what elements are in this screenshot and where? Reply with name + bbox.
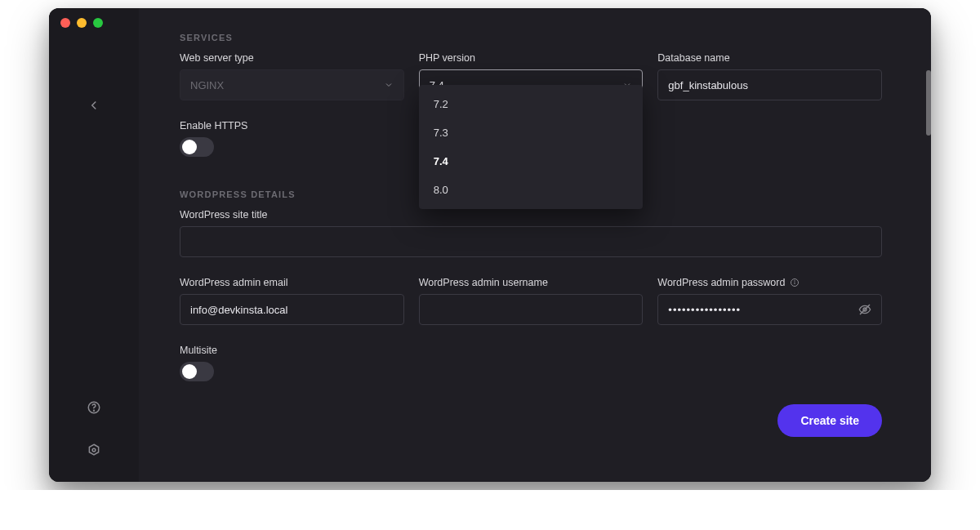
web-server-value: NGINX xyxy=(190,79,224,91)
admin-password-field: WordPress admin password xyxy=(657,277,882,325)
admin-email-input[interactable] xyxy=(180,294,404,325)
web-server-select[interactable]: NGINX xyxy=(180,69,404,100)
close-window-button[interactable] xyxy=(60,18,70,28)
traffic-lights xyxy=(60,18,103,28)
site-title-field: WordPress site title xyxy=(180,209,882,257)
minimize-window-button[interactable] xyxy=(77,18,87,28)
maximize-window-button[interactable] xyxy=(93,18,103,28)
services-heading: SERVICES xyxy=(180,33,882,42)
admin-password-input[interactable] xyxy=(657,294,882,325)
multisite-label: Multisite xyxy=(180,345,882,356)
site-title-label: WordPress site title xyxy=(180,209,882,220)
toggle-knob xyxy=(182,140,197,154)
site-title-text[interactable] xyxy=(190,236,871,248)
admin-username-text[interactable] xyxy=(430,304,633,316)
main-content: SERVICES Web server type NGINX PHP versi… xyxy=(139,8,931,482)
admin-email-label: WordPress admin email xyxy=(180,277,404,288)
eye-off-icon[interactable] xyxy=(858,303,871,316)
admin-password-label: WordPress admin password xyxy=(657,277,785,288)
php-version-dropdown: 7.2 7.3 7.4 8.0 xyxy=(419,85,644,209)
php-option[interactable]: 8.0 xyxy=(419,176,644,204)
create-site-button[interactable]: Create site xyxy=(777,404,882,437)
sidebar xyxy=(49,8,139,482)
svg-point-2 xyxy=(92,448,96,452)
site-title-input[interactable] xyxy=(180,226,882,257)
php-version-field: PHP version 7.4 7.2 7.3 7.4 8.0 xyxy=(419,52,644,100)
php-option[interactable]: 7.4 xyxy=(419,147,644,176)
svg-point-1 xyxy=(94,410,95,411)
footer: Create site xyxy=(180,404,882,437)
help-icon[interactable] xyxy=(87,400,101,415)
info-icon[interactable] xyxy=(790,278,800,287)
admin-email-text[interactable] xyxy=(190,304,394,316)
php-version-label: PHP version xyxy=(419,52,644,64)
web-server-label: Web server type xyxy=(180,52,404,64)
admin-username-label: WordPress admin username xyxy=(419,277,644,288)
admin-username-input[interactable] xyxy=(419,294,644,325)
admin-email-field: WordPress admin email xyxy=(180,277,404,325)
svg-point-5 xyxy=(795,281,795,282)
database-name-label: Database name xyxy=(657,52,882,64)
chevron-down-icon xyxy=(384,80,394,90)
web-server-field: Web server type NGINX xyxy=(180,52,404,100)
settings-icon[interactable] xyxy=(87,443,101,457)
multisite-field: Multisite xyxy=(180,345,882,381)
database-name-input[interactable] xyxy=(657,69,882,100)
admin-password-text[interactable] xyxy=(668,304,852,316)
admin-username-field: WordPress admin username xyxy=(419,277,644,325)
database-name-text[interactable] xyxy=(668,79,871,91)
back-icon[interactable] xyxy=(87,98,101,113)
app-window: SERVICES Web server type NGINX PHP versi… xyxy=(49,8,931,482)
enable-https-toggle[interactable] xyxy=(180,137,214,157)
php-option[interactable]: 7.2 xyxy=(419,90,644,118)
multisite-toggle[interactable] xyxy=(180,362,214,381)
database-name-field: Database name xyxy=(657,52,882,100)
scrollbar[interactable] xyxy=(926,70,931,136)
toggle-knob xyxy=(182,364,197,379)
php-option[interactable]: 7.3 xyxy=(419,118,644,147)
